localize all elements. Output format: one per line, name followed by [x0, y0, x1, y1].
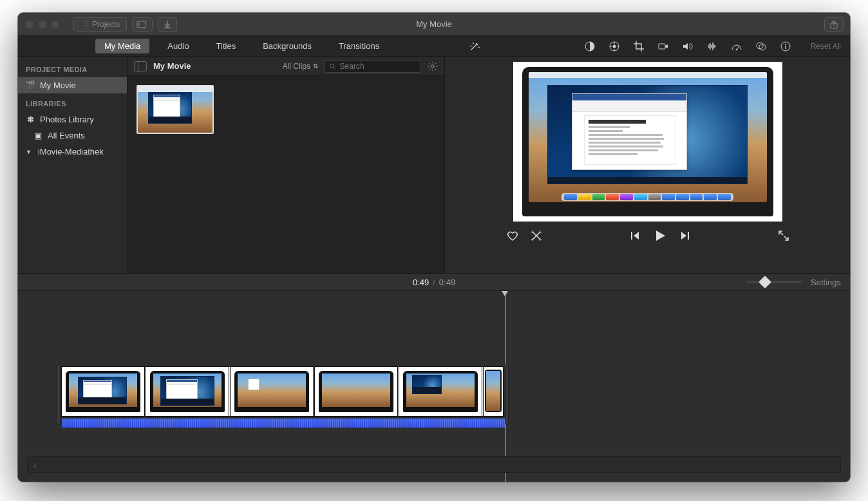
music-note-icon: ♪ — [33, 460, 37, 469]
reject-x-icon[interactable] — [531, 230, 542, 241]
media-clip-thumbnail[interactable]: 11m — [137, 85, 214, 134]
browser-title: My Movie — [153, 61, 191, 71]
timeline[interactable]: ♪ — [18, 291, 850, 482]
projects-back-button[interactable]: 〈Projects — [73, 17, 127, 32]
media-browser: My Movie All Clips ⇅ — [127, 57, 444, 273]
chevron-up-down-icon: ⇅ — [313, 62, 318, 70]
preview-panel — [445, 57, 850, 273]
stabilization-icon[interactable] — [657, 41, 669, 52]
list-view-toggle[interactable] — [134, 61, 147, 71]
tab-backgrounds[interactable]: Backgrounds — [254, 39, 321, 53]
timeline-clip-frame[interactable] — [315, 367, 397, 416]
info-icon[interactable] — [780, 41, 791, 52]
favorite-heart-icon[interactable] — [506, 229, 519, 242]
timeline-clip-frame[interactable] — [62, 367, 144, 416]
svg-point-6 — [612, 45, 616, 48]
imovie-window: 〈Projects ♪ My Movie My Media Audio Titl… — [18, 13, 850, 482]
audio-waveform[interactable] — [62, 419, 505, 428]
color-correction-icon[interactable] — [609, 41, 620, 52]
tab-titles[interactable]: Titles — [207, 39, 245, 53]
svg-point-9 — [757, 43, 763, 49]
timeline-clip-frame[interactable] — [484, 367, 503, 416]
media-import-button[interactable]: ♪ — [132, 17, 153, 32]
filters-icon[interactable] — [755, 41, 767, 52]
noise-equalizer-icon[interactable] — [706, 41, 718, 52]
tab-transitions[interactable]: Transitions — [330, 39, 388, 53]
search-icon — [329, 62, 336, 70]
media-tabs: My Media Audio Titles Backgrounds Transi… — [95, 39, 388, 53]
browser-body: 11m — [127, 76, 444, 273]
video-track[interactable] — [62, 367, 503, 421]
sidebar-item-label: All Events — [48, 131, 85, 140]
sidebar: PROJECT MEDIA 🎬 My Movie LIBRARIES ✽ Pho… — [18, 57, 127, 273]
timeline-clip-frame[interactable] — [399, 367, 482, 416]
sidebar-item-label: My Movie — [40, 80, 76, 90]
browser-settings-gear-icon[interactable] — [428, 61, 438, 71]
upper-panes: PROJECT MEDIA 🎬 My Movie LIBRARIES ✽ Pho… — [18, 57, 850, 273]
sidebar-item-label: iMovie-Mediathek — [38, 147, 104, 156]
sidebar-heading-libraries: LIBRARIES — [18, 93, 127, 111]
svg-point-15 — [431, 64, 434, 67]
svg-text:♪: ♪ — [145, 21, 147, 24]
projects-back-label: Projects — [92, 20, 120, 29]
svg-point-14 — [330, 64, 334, 68]
import-download-button[interactable] — [158, 17, 177, 32]
tab-audio[interactable]: Audio — [158, 39, 198, 53]
volume-icon[interactable] — [682, 41, 693, 52]
next-frame-button[interactable] — [679, 230, 691, 241]
zoom-thumb[interactable] — [759, 276, 771, 288]
svg-rect-13 — [785, 46, 786, 49]
tab-my-media[interactable]: My Media — [95, 39, 149, 53]
total-duration: 0:49 — [439, 278, 455, 287]
sidebar-item-imovie-library[interactable]: ▼ iMovie-Mediathek — [18, 144, 127, 160]
sidebar-heading-project-media: PROJECT MEDIA — [18, 59, 127, 77]
disclosure-triangle-icon[interactable]: ▼ — [26, 149, 32, 155]
timeline-clip-frame[interactable] — [146, 367, 229, 416]
prev-frame-button[interactable] — [629, 230, 641, 241]
titlebar: 〈Projects ♪ My Movie — [18, 13, 850, 36]
sidebar-item-photos-library[interactable]: ✽ Photos Library — [18, 111, 127, 128]
clip-trim-handle-right[interactable] — [505, 363, 509, 425]
magic-wand-icon[interactable] — [469, 41, 480, 52]
preview-viewer[interactable] — [513, 62, 782, 222]
clips-filter-label: All Clips — [283, 62, 310, 71]
adjust-toolbar: Reset All — [584, 36, 841, 57]
share-button[interactable] — [824, 17, 844, 32]
timeline-header: 0:49 / 0:49 Settings — [18, 273, 850, 291]
play-button[interactable] — [652, 228, 668, 243]
time-separator: / — [433, 278, 435, 287]
browser-header: My Movie All Clips ⇅ — [127, 57, 444, 76]
search-field[interactable] — [325, 60, 421, 73]
clapper-icon: 🎬 — [26, 80, 35, 90]
titlebar-left-controls: 〈Projects ♪ — [73, 17, 177, 32]
tabs-row: My Media Audio Titles Backgrounds Transi… — [18, 36, 850, 57]
clips-filter-dropdown[interactable]: All Clips ⇅ — [283, 62, 318, 71]
svg-rect-16 — [631, 232, 632, 240]
playback-controls — [506, 228, 789, 243]
zoom-window-button[interactable] — [52, 21, 59, 28]
svg-rect-7 — [659, 44, 665, 49]
sidebar-item-label: Photos Library — [40, 115, 94, 124]
timeline-clip-frame[interactable] — [231, 367, 313, 416]
window-controls — [26, 21, 59, 28]
sidebar-item-all-events[interactable]: ▣ All Events — [18, 128, 127, 144]
enhance-wand-area — [469, 36, 480, 57]
background-music-track[interactable]: ♪ — [27, 456, 841, 473]
sidebar-item-my-movie[interactable]: 🎬 My Movie — [18, 77, 127, 93]
close-window-button[interactable] — [26, 21, 33, 28]
left-column: PROJECT MEDIA 🎬 My Movie LIBRARIES ✽ Pho… — [18, 57, 445, 273]
svg-point-10 — [759, 44, 766, 50]
search-input[interactable] — [340, 62, 417, 71]
minimize-window-button[interactable] — [39, 21, 46, 28]
crop-icon[interactable] — [633, 41, 645, 52]
zoom-slider[interactable] — [746, 281, 802, 283]
svg-point-12 — [785, 44, 786, 45]
svg-rect-1 — [138, 22, 140, 26]
fullscreen-icon[interactable] — [778, 230, 789, 241]
speed-icon[interactable] — [731, 41, 742, 52]
clip-trim-handle-left[interactable] — [57, 363, 61, 425]
color-balance-icon[interactable] — [584, 41, 596, 52]
flower-icon: ✽ — [26, 115, 35, 124]
reset-all-button[interactable]: Reset All — [811, 42, 841, 51]
timeline-settings-button[interactable]: Settings — [811, 278, 841, 287]
